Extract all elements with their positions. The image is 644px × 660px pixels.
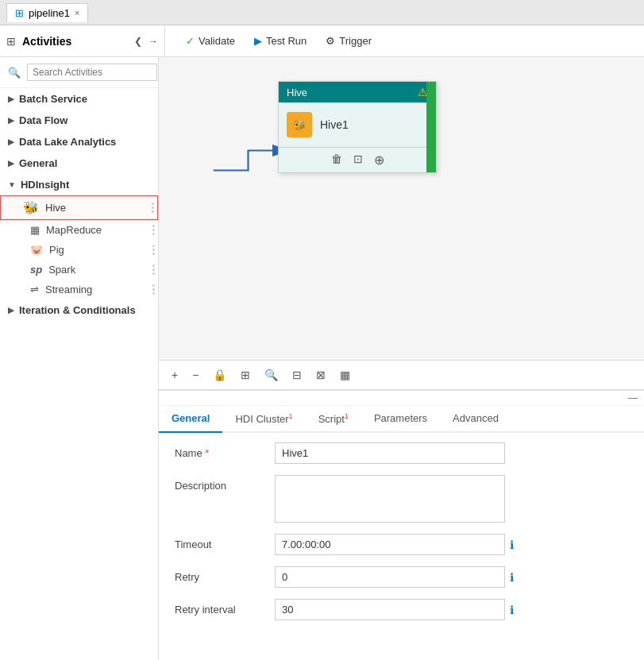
trigger-button[interactable]: ⚙ Trigger xyxy=(318,32,380,50)
name-label: Name * xyxy=(175,442,262,459)
timeout-input[interactable] xyxy=(275,534,505,555)
drag-handle xyxy=(152,203,154,213)
name-input[interactable] xyxy=(275,442,505,464)
minimize-button[interactable]: — xyxy=(628,392,638,403)
form-row-retry-interval: Retry interval ℹ xyxy=(175,599,628,620)
description-label: Description xyxy=(175,475,262,492)
test-run-button[interactable]: ▶ Test Run xyxy=(246,32,314,50)
form-row-description: Description xyxy=(175,475,628,523)
sidebar-item-label: Hive xyxy=(45,202,66,214)
retry-label: Retry xyxy=(175,566,262,583)
properties-content: Name * Description Timeout xyxy=(159,433,644,660)
retry-interval-info-icon[interactable]: ℹ xyxy=(510,604,514,616)
sidebar-item-pig[interactable]: 🐷 Pig xyxy=(0,240,158,260)
sidebar-group-label: Data Lake Analytics xyxy=(19,136,116,148)
search-input[interactable] xyxy=(27,64,157,81)
delete-icon[interactable]: 🗑 xyxy=(331,152,342,168)
format-icon[interactable]: ▦ xyxy=(337,367,353,383)
description-input[interactable] xyxy=(275,475,505,523)
hive-node[interactable]: Hive ⚠ 🐝 Hive1 🗑 ⊡ ⊕ xyxy=(278,81,437,173)
tab-general[interactable]: General xyxy=(159,406,222,433)
add-output-icon[interactable]: ⊕ xyxy=(374,152,384,168)
canvas-main[interactable]: Hive ⚠ 🐝 Hive1 🗑 ⊡ ⊕ xyxy=(159,57,644,360)
validate-icon: ✓ xyxy=(186,35,195,47)
search-icon: 🔍 xyxy=(8,67,21,79)
sidebar-item-streaming[interactable]: ⇌ Streaming xyxy=(0,280,158,299)
sidebar-group-general[interactable]: ▶ General xyxy=(0,152,158,174)
pipeline-tab[interactable]: ⊞ pipeline1 × xyxy=(6,3,88,22)
retry-input[interactable] xyxy=(275,566,505,588)
properties-panel: — General HDI Cluster1 Script1 Parameter… xyxy=(159,390,644,660)
pipeline-icon: ⊞ xyxy=(15,7,24,19)
sidebar-item-label: Streaming xyxy=(45,284,92,295)
form-row-name: Name * xyxy=(175,442,628,464)
search-canvas-icon[interactable]: 🔍 xyxy=(261,367,281,383)
fit-icon[interactable]: ⊞ xyxy=(237,367,253,383)
sidebar-item-label: Spark xyxy=(48,264,75,276)
sidebar-group-label: Iteration & Conditionals xyxy=(19,304,136,316)
hive-icon: 🐝 xyxy=(23,200,39,215)
tab-script[interactable]: Script1 xyxy=(306,406,361,431)
chevron-right-icon: ▶ xyxy=(8,116,14,125)
sidebar: 🔍 ▶ Batch Service ▶ Data Flow ▶ Data Lak… xyxy=(0,57,159,660)
zoom-out-icon[interactable]: − xyxy=(189,367,202,383)
activities-header: 🔍 xyxy=(0,57,158,88)
activities-label: Activities xyxy=(22,35,71,48)
sidebar-group-label: Batch Service xyxy=(19,93,87,105)
main-layout: 🔍 ▶ Batch Service ▶ Data Flow ▶ Data Lak… xyxy=(0,57,644,660)
sidebar-item-mapreduce[interactable]: ▦ MapReduce xyxy=(0,220,158,240)
timeout-input-group: ℹ xyxy=(275,534,628,555)
zoom-in-icon[interactable]: + xyxy=(168,367,181,383)
clone-icon[interactable]: ⊡ xyxy=(353,152,363,168)
bee-icon: 🐝 xyxy=(293,119,306,131)
chevron-right-icon: ▶ xyxy=(8,95,14,103)
tab-title: pipeline1 xyxy=(29,7,70,19)
streaming-icon: ⇌ xyxy=(30,284,39,295)
mapreduce-icon: ▦ xyxy=(30,224,40,236)
drag-handle xyxy=(152,225,155,235)
sidebar-group-hdinsight[interactable]: ▼ HDInsight xyxy=(0,174,158,195)
tab-bar: ⊞ pipeline1 × xyxy=(0,0,644,25)
lock-icon[interactable]: 🔒 xyxy=(210,367,229,383)
toolbar-actions: ✓ Validate ▶ Test Run ⚙ Trigger xyxy=(168,32,638,50)
sidebar-item-hive[interactable]: 🐝 Hive xyxy=(0,195,158,220)
form-row-timeout: Timeout ℹ xyxy=(175,534,628,555)
properties-tabs: General HDI Cluster1 Script1 Parameters … xyxy=(159,406,644,433)
form-row-retry: Retry ℹ xyxy=(175,566,628,588)
tab-advanced[interactable]: Advanced xyxy=(440,406,511,431)
hive-bee-icon: 🐝 xyxy=(287,112,312,137)
toolbar-left: ⊞ Activities ❮ → xyxy=(6,25,165,56)
expand-icon[interactable]: → xyxy=(148,36,158,47)
collapse-icon[interactable]: ❮ xyxy=(134,36,142,47)
tab-close-button[interactable]: × xyxy=(75,8,79,17)
tab-hdi-cluster[interactable]: HDI Cluster1 xyxy=(222,406,305,431)
layout-icon[interactable]: ⊠ xyxy=(313,367,329,383)
drag-handle xyxy=(152,284,155,295)
validate-button[interactable]: ✓ Validate xyxy=(178,32,243,50)
drag-handle xyxy=(152,264,155,275)
sidebar-item-spark[interactable]: sp Spark xyxy=(0,260,158,280)
hive-node-body: 🐝 Hive1 xyxy=(279,102,436,147)
hive-node-actions: 🗑 ⊡ ⊕ xyxy=(279,147,436,172)
sidebar-group-iteration[interactable]: ▶ Iteration & Conditionals xyxy=(0,299,158,321)
play-icon: ▶ xyxy=(254,35,262,47)
chevron-right-icon: ▶ xyxy=(8,137,14,146)
grid-icon[interactable]: ⊟ xyxy=(289,367,305,383)
sidebar-group-data-lake-analytics[interactable]: ▶ Data Lake Analytics xyxy=(0,131,158,152)
sidebar-group-label: HDInsight xyxy=(21,179,69,191)
activities-icon: ⊞ xyxy=(6,35,16,48)
timeout-label: Timeout xyxy=(175,534,262,550)
sidebar-group-batch-service[interactable]: ▶ Batch Service xyxy=(0,88,158,110)
toolbar: ⊞ Activities ❮ → ✓ Validate ▶ Test Run ⚙… xyxy=(0,25,644,57)
chevron-down-icon: ▼ xyxy=(8,180,16,189)
tab-parameters[interactable]: Parameters xyxy=(361,406,440,431)
retry-info-icon[interactable]: ℹ xyxy=(510,571,514,584)
timeout-info-icon[interactable]: ℹ xyxy=(510,538,514,551)
sidebar-item-label: Pig xyxy=(49,244,64,256)
tab-badge: 1 xyxy=(289,412,293,420)
chevron-right-icon: ▶ xyxy=(8,306,14,315)
sidebar-group-label: Data Flow xyxy=(19,114,67,126)
tab-badge: 1 xyxy=(345,412,349,420)
retry-interval-input[interactable] xyxy=(275,599,505,620)
sidebar-group-data-flow[interactable]: ▶ Data Flow xyxy=(0,110,158,131)
